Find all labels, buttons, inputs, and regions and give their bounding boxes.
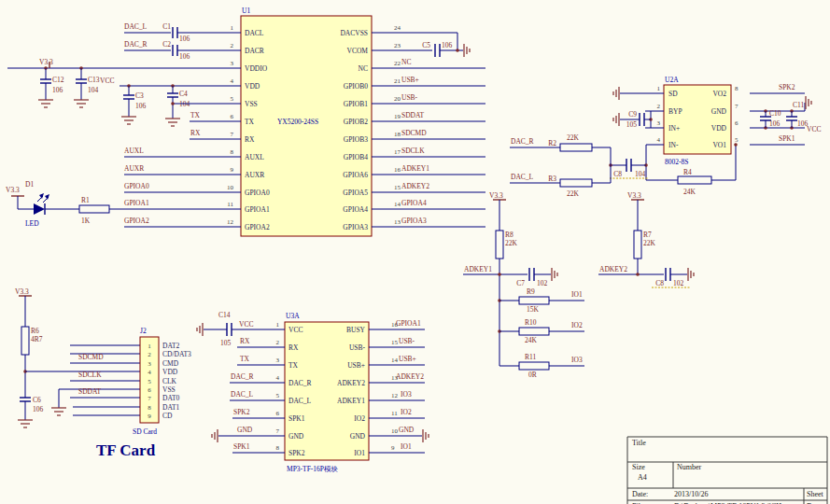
j2-pin-name: CD/DAT3 <box>162 350 191 358</box>
u2a-pin-num: 2 <box>657 103 661 110</box>
net-label-dacr-u3: DAC_R <box>231 372 254 381</box>
j2-pin-num: 5 <box>148 378 151 385</box>
size-label: Size <box>632 463 645 471</box>
net-label-tx: TX <box>190 111 201 119</box>
u2a-pin-name: SD <box>668 90 678 98</box>
u3a-pin-name: IO2 <box>354 414 365 423</box>
u1-pin-name: GPIOA2 <box>245 223 270 231</box>
u2a-pin-num: 3 <box>657 119 661 127</box>
j2-pin-num: 8 <box>148 404 151 412</box>
u1-pin-name: VSS <box>245 100 258 108</box>
r7-value: 22K <box>643 239 656 247</box>
u3a-pin-name: GND <box>288 432 304 441</box>
r4-value: 24K <box>683 188 696 196</box>
c8b-value: 102 <box>673 279 684 287</box>
u2a-pin-num: 8 <box>735 85 739 92</box>
net-label-usbp-u3: USB+ <box>399 355 416 363</box>
net-label-adkey2-u3: ADKEY2 <box>396 372 424 381</box>
u3a-pin-num: 5 <box>276 392 280 399</box>
u1-pin-num: 5 <box>231 95 234 103</box>
r11-value: 0R <box>528 371 537 379</box>
c7-ref: C7 <box>516 279 525 287</box>
schematic-sheet: U1 YX5200-24SS 1DACL 2DACR 3VDDIO 4VDD 5… <box>0 0 830 504</box>
u3a-pin-num: 1 <box>276 321 280 329</box>
r7-resistor <box>634 231 641 259</box>
u3a-pin-name: DAC_R <box>288 379 312 387</box>
u1-pin-num: 9 <box>231 166 234 174</box>
net-label-gpioa1: GPIOA1 <box>124 199 149 207</box>
u1-pin-name: GPIOA3 <box>343 223 368 231</box>
u3a-pin-num: 7 <box>276 427 280 435</box>
u1-pin-name: NC <box>359 64 368 73</box>
u1-pin-num: 1 <box>231 24 234 32</box>
c3-value: 106 <box>135 102 147 110</box>
u2a-pin-num: 5 <box>735 136 739 144</box>
u3a-pin-name: USB+ <box>347 361 365 370</box>
u2a-part-number: 8002-8S <box>665 158 688 166</box>
u2a-pin-num: 4 <box>657 136 661 144</box>
u3a-ref: U3A <box>286 312 300 320</box>
u1-pin-num: 23 <box>394 42 401 49</box>
j2-pin-num: 1 <box>148 343 151 350</box>
u3a-pin-num: 14 <box>391 357 399 364</box>
c2-ref: C2 <box>162 40 171 49</box>
net-label-adkey1: ADKEY1 <box>464 265 492 273</box>
c8a-value: 104 <box>635 170 646 178</box>
net-label-adkey2: ADKEY2 <box>599 265 627 273</box>
u2a-pin-name: VDD <box>711 124 727 133</box>
date-label: Date: <box>632 490 648 498</box>
power-label-v33: V3.3 <box>489 191 503 200</box>
u1-pin-num: 20 <box>394 95 401 103</box>
u2a-pin-name: IN- <box>668 141 679 149</box>
u1-pin-name: GPIOA0 <box>245 189 270 197</box>
r4-resistor <box>678 176 711 184</box>
c11-ref: C11 <box>793 101 804 109</box>
j2-pin-num: 7 <box>148 395 151 402</box>
tf-card-title: TF Card <box>96 441 156 459</box>
r9-value: 15K <box>527 305 540 314</box>
r11-ref: R11 <box>525 353 536 361</box>
u3a-pin-num: 6 <box>276 410 280 417</box>
r8-ref: R8 <box>505 231 513 239</box>
r3-value: 22K <box>567 189 580 198</box>
power-label-vcc: VCC <box>100 77 114 85</box>
net-label-io2: IO2 <box>571 321 583 329</box>
c6-ref: C6 <box>33 396 41 404</box>
r2-ref: R2 <box>548 139 556 147</box>
net-label-rx: RX <box>190 129 201 137</box>
u3a-pin-name: IO1 <box>354 449 365 457</box>
schematic-canvas: U1 YX5200-24SS 1DACL 2DACR 3VDDIO 4VDD 5… <box>0 0 830 504</box>
j2-ref: J2 <box>140 327 147 335</box>
u3a-pin-num: 11 <box>391 410 398 417</box>
net-label-gpioa1-u3: GPIOA1 <box>396 319 421 328</box>
j2-pin-name: CLK <box>162 377 177 385</box>
u2a-pin-num: 6 <box>735 119 739 127</box>
net-label-gpioa4: GPIOA4 <box>401 199 427 207</box>
net-label-gpioa0: GPIOA0 <box>124 182 149 190</box>
c11-value: 106 <box>797 119 809 128</box>
c14-value: 105 <box>220 339 232 347</box>
u3a-pin-name: SPK1 <box>288 414 305 423</box>
r1-value: 1K <box>81 217 91 225</box>
u2a-pin-name: BYP <box>668 107 682 116</box>
c2-value: 106 <box>179 52 190 61</box>
j2-pin-num: 2 <box>148 351 151 358</box>
power-label-v33: V3.3 <box>6 186 20 194</box>
u1-pin-num: 21 <box>394 77 401 85</box>
u1-pin-num: 14 <box>394 201 401 208</box>
net-label-usbm: USB- <box>401 93 418 102</box>
u1-pin-name: AUXL <box>245 153 264 161</box>
r6-value: 4R7 <box>31 335 43 343</box>
r2-value: 22K <box>567 133 580 142</box>
j2-pin-num: 3 <box>148 360 151 368</box>
r3-ref: R3 <box>548 175 556 183</box>
c5-value: 106 <box>442 41 453 49</box>
u1-pin-num: 6 <box>231 113 234 120</box>
net-label-usbm-u3: USB- <box>399 337 415 345</box>
net-label-sddat: SDDAT <box>401 111 425 119</box>
net-label-spk2: SPK2 <box>779 83 795 91</box>
r10-value: 24K <box>525 336 538 344</box>
u1-pin-name: GPIOB2 <box>344 118 369 126</box>
u3a-pin-num: 9 <box>391 444 395 452</box>
net-label-adkey1: ADKEY1 <box>401 164 429 173</box>
